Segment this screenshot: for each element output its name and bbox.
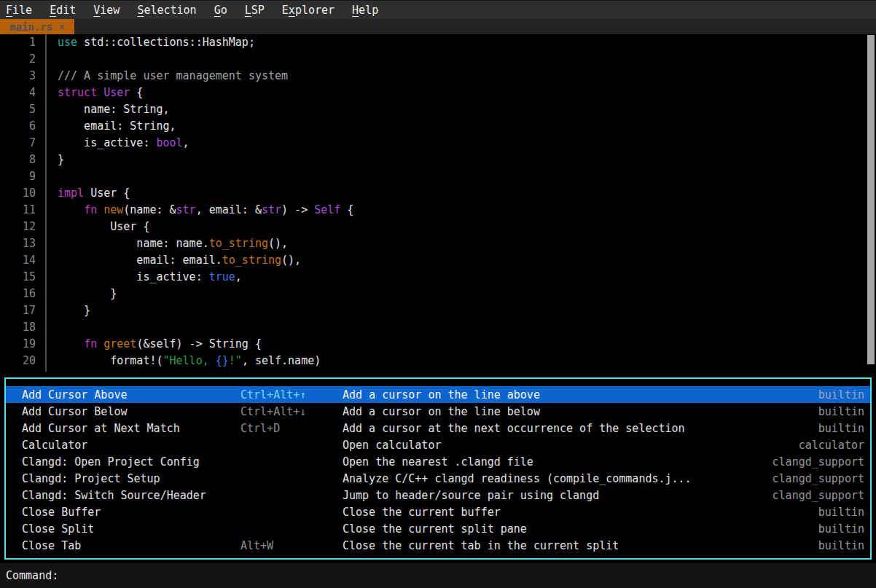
code-token: (), [281, 254, 301, 267]
palette-row[interactable]: Add Cursor at Next MatchCtrl+DAdd a curs… [6, 420, 870, 436]
palette-row[interactable]: Close TabAlt+WClose the current tab in t… [6, 537, 870, 554]
palette-row[interactable]: Close BufferClose the current bufferbuil… [6, 503, 870, 520]
command-name: Close Tab [6, 539, 240, 552]
code-line[interactable] [58, 319, 353, 336]
menu-item-explorer[interactable]: Explorer [282, 4, 335, 17]
menu-mnemonic: G [214, 4, 221, 17]
code-token: User [103, 86, 130, 99]
code-token: to_string [209, 237, 268, 250]
palette-row-selected[interactable]: Add Cursor AboveCtrl+Alt+↑Add a cursor o… [6, 386, 870, 403]
line-number: 6 [0, 118, 36, 135]
code-token: {} [216, 354, 229, 367]
line-number: 1 [0, 34, 36, 51]
code-lines[interactable]: use std::collections::HashMap;/// A simp… [47, 34, 353, 372]
menu-item-go[interactable]: Go [214, 4, 227, 17]
code-line[interactable] [58, 168, 353, 185]
code-line[interactable]: email: String, [58, 118, 353, 135]
code-token: } [58, 304, 90, 317]
line-number: 20 [0, 353, 36, 369]
menu-item-lsp[interactable]: LSP [245, 4, 265, 17]
command-source: clangd_support [736, 472, 870, 485]
menu-item-view[interactable]: View [93, 4, 120, 17]
command-description: Open the nearest .clangd file [343, 455, 736, 469]
code-line[interactable]: fn new(name: &str, email: &str) -> Self … [58, 202, 353, 219]
code-token [97, 203, 103, 216]
command-source: clangd_support [736, 455, 870, 469]
code-token: User { [58, 220, 149, 233]
status-bar: Command: [0, 563, 876, 588]
code-line[interactable]: /// A simple user management system [58, 68, 353, 85]
command-source: calculator [736, 439, 870, 452]
line-number: 16 [0, 286, 36, 302]
gutter: 1234567891011121314151617181920 [0, 34, 47, 372]
line-number: 19 [0, 336, 36, 353]
command-description: Jump to header/source pair using clangd [343, 489, 736, 502]
code-line[interactable]: use std::collections::HashMap; [58, 34, 353, 51]
menu-item-help[interactable]: Help [352, 4, 378, 17]
code-line[interactable]: fn greet(&self) -> String { [58, 336, 353, 353]
code-token: { [130, 86, 143, 99]
command-description: Add a cursor at the next occurrence of t… [343, 422, 736, 435]
code-token: Self [314, 203, 340, 216]
code-line[interactable]: } [58, 302, 353, 319]
code-token: name: name. [58, 237, 209, 250]
palette-row[interactable]: Clangd: Open Project ConfigOpen the near… [6, 453, 870, 470]
close-icon[interactable]: × [59, 21, 65, 32]
menu-item-selection[interactable]: Selection [137, 4, 196, 17]
line-number: 4 [0, 85, 36, 101]
code-line[interactable]: is_active: true, [58, 269, 353, 286]
code-line[interactable]: } [58, 152, 353, 168]
command-input[interactable]: Command: [6, 569, 58, 582]
code-line[interactable]: impl User { [58, 185, 353, 202]
code-token: greet [103, 337, 136, 350]
code-token [97, 86, 103, 99]
code-token: User { [84, 187, 130, 200]
code-line[interactable]: name: name.to_string(), [58, 235, 353, 252]
code-token: fn [84, 203, 97, 216]
code-line[interactable]: name: String, [58, 101, 353, 118]
line-number: 7 [0, 135, 36, 152]
code-token: (), [268, 237, 288, 250]
palette-row[interactable]: CalculatorOpen calculatorcalculator [6, 436, 870, 453]
code-token: format!( [58, 354, 163, 367]
code-token: str [262, 203, 281, 216]
code-line[interactable]: } [58, 286, 353, 302]
command-name: Close Split [6, 522, 240, 536]
tab-main-rs[interactable]: main.rs × [0, 19, 74, 34]
code-token [58, 203, 84, 216]
menu-item-edit[interactable]: Edit [50, 4, 76, 17]
code-line[interactable]: struct User { [58, 85, 353, 101]
palette-row[interactable]: Add Cursor BelowCtrl+Alt+↓Add a cursor o… [6, 403, 870, 420]
palette-row[interactable]: Clangd: Project SetupAnalyze C/C++ clang… [6, 470, 870, 487]
line-number: 13 [0, 235, 36, 252]
command-description: Close the current split pane [343, 522, 736, 536]
code-editor[interactable]: 1234567891011121314151617181920 use std:… [0, 34, 876, 372]
line-number: 15 [0, 269, 36, 286]
command-description: Close the current buffer [343, 506, 736, 519]
palette-row[interactable]: Clangd: Switch Source/HeaderJump to head… [6, 487, 870, 503]
palette-row[interactable]: Close SplitClose the current split paneb… [6, 520, 870, 537]
line-number: 17 [0, 302, 36, 319]
command-name: Add Cursor Below [6, 405, 240, 418]
code-line[interactable]: format!("Hello, {}!", self.name) [58, 353, 353, 369]
code-token: is_active: [58, 136, 156, 149]
line-number: 11 [0, 202, 36, 219]
code-token: { [340, 203, 353, 216]
menu-mnemonic: H [352, 4, 359, 17]
editor-window: FileEditViewSelectionGoLSPExplorerHelp m… [0, 0, 876, 588]
code-line[interactable]: email: email.to_string(), [58, 252, 353, 269]
menu-mnemonic: L [245, 4, 251, 17]
code-line[interactable]: User { [58, 219, 353, 235]
command-name: Add Cursor at Next Match [6, 422, 240, 435]
code-token: bool [156, 136, 182, 149]
menu-item-file[interactable]: File [6, 4, 32, 17]
code-token: email: String, [58, 119, 176, 133]
code-token: email: email. [58, 254, 222, 267]
code-line[interactable]: is_active: bool, [58, 135, 353, 152]
code-token: !" [229, 354, 242, 367]
scrollbar[interactable] [867, 35, 875, 364]
code-line[interactable] [58, 51, 353, 68]
code-token: , self.name) [242, 354, 321, 367]
code-token: } [58, 153, 64, 166]
command-source: builtin [736, 539, 870, 552]
